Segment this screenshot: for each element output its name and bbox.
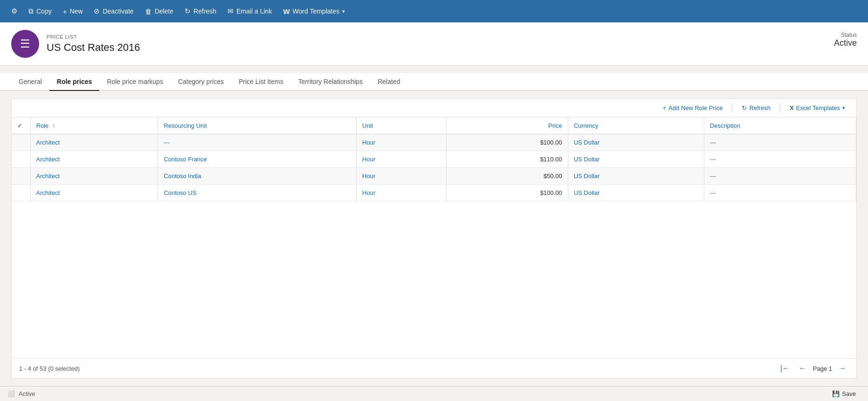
record-count: 1 - 4 of 53 (0 selected) — [19, 365, 80, 372]
table-row[interactable]: Architect Contoso India Hour $50.00 US D… — [12, 168, 856, 185]
tab-role-price-markups[interactable]: Role price markups — [99, 73, 171, 91]
row-resourcing-unit[interactable]: --- — [158, 134, 357, 151]
th-description[interactable]: Description — [704, 118, 856, 134]
toolbar-separator-2 — [780, 104, 780, 113]
row-role[interactable]: Architect — [30, 185, 158, 201]
excel-icon: X — [790, 104, 794, 111]
status-bar: ⬜ Active 💾 Save — [0, 386, 868, 401]
record-header: ☰ PRICE LIST US Cost Rates 2016 Status A… — [0, 22, 868, 66]
row-role[interactable]: Architect — [30, 168, 158, 185]
data-table: ✓ Role ↑ Resourcing Unit Unit — [12, 118, 856, 358]
th-check[interactable]: ✓ — [12, 118, 30, 134]
tab-role-prices[interactable]: Role prices — [49, 73, 99, 91]
status-label: Status — [834, 32, 857, 38]
row-description: --- — [704, 168, 856, 185]
excel-dropdown-icon: ▾ — [842, 105, 845, 111]
page-label: Page 1 — [813, 365, 832, 372]
main-toolbar: ⚙ ⧉ Copy + New ⊘ Deactivate 🗑 Delete ↻ R… — [0, 0, 868, 22]
settings-icon: ⚙ — [11, 7, 17, 15]
row-currency[interactable]: US Dollar — [568, 134, 704, 151]
refresh-button[interactable]: ↻ Refresh — [179, 4, 222, 18]
dropdown-chevron-icon: ▾ — [342, 8, 345, 14]
tab-category-prices[interactable]: Category prices — [171, 73, 231, 91]
role-prices-table: ✓ Role ↑ Resourcing Unit Unit — [12, 118, 856, 201]
tabs-bar: General Role prices Role price markups C… — [0, 73, 868, 91]
new-button[interactable]: + New — [57, 5, 89, 18]
row-currency[interactable]: US Dollar — [568, 168, 704, 185]
refresh-icon: ↻ — [185, 7, 191, 15]
grid-refresh-button[interactable]: ↻ Refresh — [738, 103, 774, 113]
row-check[interactable] — [12, 185, 30, 201]
row-unit[interactable]: Hour — [357, 168, 447, 185]
check-icon: ✓ — [17, 122, 22, 129]
table-row[interactable]: Architect --- Hour $100.00 US Dollar --- — [12, 134, 856, 151]
th-resourcing-unit[interactable]: Resourcing Unit — [158, 118, 357, 134]
word-icon: W — [283, 7, 289, 15]
tab-territory-relationships[interactable]: Territory Relationships — [291, 73, 371, 91]
table-row[interactable]: Architect Contoso France Hour $110.00 US… — [12, 151, 856, 168]
status-bar-left: ⬜ Active — [7, 390, 35, 397]
save-icon: 💾 — [832, 390, 840, 397]
next-page-button[interactable]: → — [836, 363, 849, 373]
row-price: $100.00 — [446, 185, 568, 201]
record-status: Status Active — [834, 32, 857, 48]
row-unit[interactable]: Hour — [357, 134, 447, 151]
save-button[interactable]: 💾 Save — [827, 388, 861, 399]
table-row[interactable]: Architect Contoso US Hour $100.00 US Dol… — [12, 185, 856, 201]
row-resourcing-unit[interactable]: Contoso US — [158, 185, 357, 201]
th-unit[interactable]: Unit — [357, 118, 447, 134]
th-currency[interactable]: Currency — [568, 118, 704, 134]
prev-page-button[interactable]: ← — [796, 363, 809, 373]
word-templates-button[interactable]: W Word Templates ▾ — [277, 5, 351, 18]
delete-button[interactable]: 🗑 Delete — [139, 5, 179, 18]
sort-icon: ↑ — [52, 122, 55, 129]
new-icon: + — [63, 7, 67, 15]
row-role[interactable]: Architect — [30, 151, 158, 168]
grid-toolbar: + Add New Role Price ↻ Refresh X Excel T… — [12, 99, 856, 118]
deactivate-button[interactable]: ⊘ Deactivate — [88, 4, 139, 18]
grid-footer: 1 - 4 of 53 (0 selected) |← ← Page 1 → — [12, 358, 856, 378]
row-description: --- — [704, 185, 856, 201]
th-role[interactable]: Role ↑ — [30, 118, 158, 134]
status-bar-text: Active — [19, 390, 35, 397]
copy-button[interactable]: ⧉ Copy — [23, 4, 57, 18]
table-header-row: ✓ Role ↑ Resourcing Unit Unit — [12, 118, 856, 134]
tab-related[interactable]: Related — [370, 73, 407, 91]
avatar-icon: ☰ — [20, 37, 30, 50]
main-content: + Add New Role Price ↻ Refresh X Excel T… — [0, 91, 868, 386]
row-resourcing-unit[interactable]: Contoso France — [158, 151, 357, 168]
record-info: PRICE LIST US Cost Rates 2016 — [47, 34, 857, 54]
grid-refresh-icon: ↻ — [742, 104, 747, 111]
add-new-role-price-button[interactable]: + Add New Role Price — [659, 103, 726, 113]
status-value: Active — [834, 38, 857, 48]
row-check[interactable] — [12, 134, 30, 151]
email-link-button[interactable]: ✉ Email a Link — [222, 4, 277, 18]
row-currency[interactable]: US Dollar — [568, 151, 704, 168]
row-description: --- — [704, 134, 856, 151]
record-name: US Cost Rates 2016 — [47, 41, 857, 54]
row-unit[interactable]: Hour — [357, 151, 447, 168]
row-currency[interactable]: US Dollar — [568, 185, 704, 201]
th-price[interactable]: Price — [446, 118, 568, 134]
grid-panel: + Add New Role Price ↻ Refresh X Excel T… — [11, 98, 857, 379]
row-resourcing-unit[interactable]: Contoso India — [158, 168, 357, 185]
tab-general[interactable]: General — [11, 73, 49, 91]
first-page-button[interactable]: |← — [778, 363, 792, 373]
status-bar-right: 💾 Save — [827, 388, 861, 399]
tab-price-list-items[interactable]: Price List Items — [231, 73, 291, 91]
settings-button[interactable]: ⚙ — [6, 4, 23, 18]
status-bar-icon: ⬜ — [7, 390, 15, 397]
row-unit[interactable]: Hour — [357, 185, 447, 201]
delete-icon: 🗑 — [145, 7, 152, 15]
table-body: Architect --- Hour $100.00 US Dollar ---… — [12, 134, 856, 201]
record-type: PRICE LIST — [47, 34, 857, 40]
row-price: $110.00 — [446, 151, 568, 168]
row-role[interactable]: Architect — [30, 134, 158, 151]
row-description: --- — [704, 151, 856, 168]
excel-templates-button[interactable]: X Excel Templates ▾ — [786, 103, 849, 113]
avatar: ☰ — [11, 30, 39, 58]
row-check[interactable] — [12, 168, 30, 185]
row-check[interactable] — [12, 151, 30, 168]
row-price: $50.00 — [446, 168, 568, 185]
email-icon: ✉ — [227, 7, 234, 15]
